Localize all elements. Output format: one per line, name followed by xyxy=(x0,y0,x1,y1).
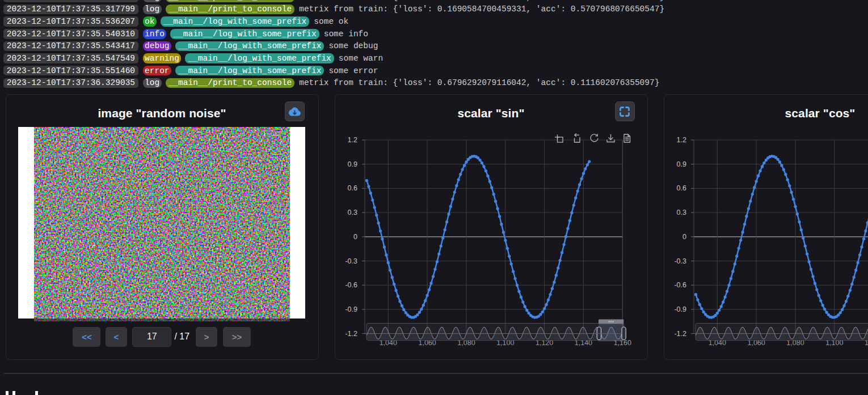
svg-text:0.9: 0.9 xyxy=(348,160,357,168)
svg-text:-0.9: -0.9 xyxy=(345,305,357,313)
svg-text:-0.9: -0.9 xyxy=(674,305,686,313)
svg-text:1.2: 1.2 xyxy=(677,136,686,144)
svg-text:0.9: 0.9 xyxy=(677,160,686,168)
svg-text:0.6: 0.6 xyxy=(348,184,357,192)
svg-text:-0.6: -0.6 xyxy=(345,281,357,289)
svg-text:1.2: 1.2 xyxy=(348,136,357,144)
svg-text:0.3: 0.3 xyxy=(677,209,686,216)
svg-text:0.3: 0.3 xyxy=(348,209,357,216)
svg-text:-0.6: -0.6 xyxy=(674,281,686,289)
svg-text:0: 0 xyxy=(353,232,357,240)
svg-text:0.6: 0.6 xyxy=(677,184,686,192)
svg-text:-0.3: -0.3 xyxy=(345,257,357,265)
svg-text:-0.3: -0.3 xyxy=(674,257,686,265)
svg-text:-1.2: -1.2 xyxy=(674,329,686,337)
svg-text:-1.2: -1.2 xyxy=(345,329,357,337)
svg-text:0: 0 xyxy=(682,232,686,240)
